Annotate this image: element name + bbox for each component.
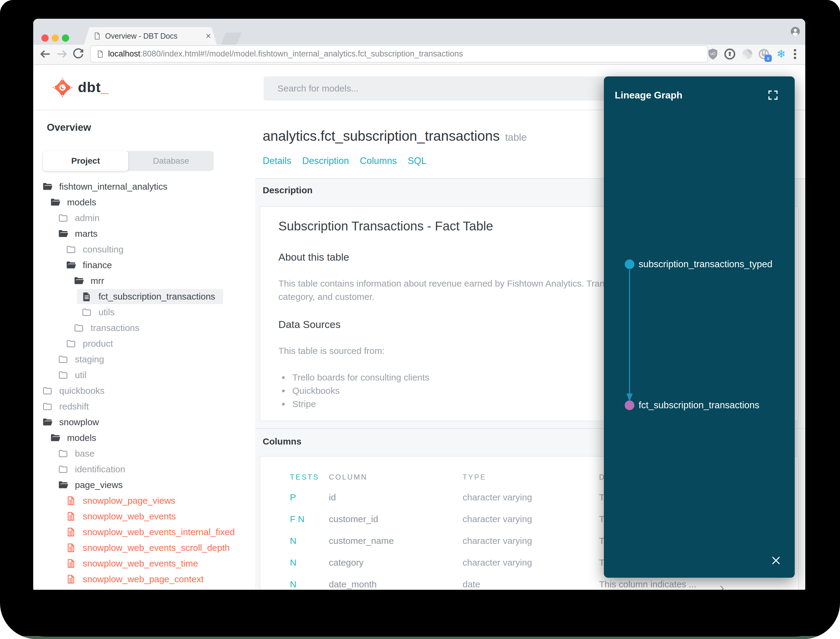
back-arrow-icon[interactable]: [39, 48, 52, 61]
sidebar-item-label: utils: [98, 307, 114, 317]
sidebar-item-label: finance: [83, 260, 112, 270]
browser-tabstrip: Overview - DBT Docs: [33, 19, 805, 45]
sidebar-item-snowplow_web_events_internal_fixed[interactable]: snowplow_web_events_internal_fixed: [33, 524, 255, 540]
sidebar-item-transactions[interactable]: transactions: [33, 320, 255, 336]
kebab-menu-icon[interactable]: [788, 48, 802, 61]
sidebar-item-admin[interactable]: admin: [33, 210, 255, 226]
url-text: localhost:8080/index.html#!/model/model.…: [108, 46, 463, 62]
sidebar-item-snowplow_web_events_time[interactable]: snowplow_web_events_time: [33, 556, 255, 571]
sidebar-item-label: quickbooks: [59, 386, 105, 396]
sidebar-item-label: fishtown_internal_analytics: [59, 181, 168, 192]
tab-description[interactable]: Description: [302, 156, 349, 166]
column-cell: customer_id: [329, 508, 378, 530]
tab-close-icon[interactable]: [205, 32, 212, 40]
page-title: analytics.fct_subscription_transactionst…: [263, 128, 527, 144]
onepassword-icon[interactable]: [723, 48, 737, 61]
sidebar-item-label: product: [83, 339, 113, 349]
toggle-project[interactable]: Project: [43, 151, 128, 171]
document-icon: [66, 543, 76, 553]
folder-open-icon: [58, 229, 68, 239]
extension-badge: x: [764, 55, 772, 62]
close-icon[interactable]: [770, 555, 782, 566]
profile-avatar[interactable]: [790, 26, 801, 37]
type-cell: character varying: [462, 552, 532, 574]
column-cell: id: [329, 486, 336, 508]
sidebar-item-models[interactable]: models: [33, 430, 255, 446]
address-bar[interactable]: localhost:8080/index.html#!/model/model.…: [90, 45, 708, 62]
about-text-line1: This table contains information about re…: [278, 278, 609, 289]
power-x-icon[interactable]: x: [757, 48, 770, 61]
sidebar-item-models[interactable]: models: [33, 194, 255, 210]
lineage-node-label: fct_subscription_transactions: [638, 400, 759, 411]
document-icon: [66, 511, 76, 521]
sidebar-item-snowplow[interactable]: snowplow: [33, 414, 255, 430]
sidebar-item-label: models: [67, 197, 96, 207]
sidebar-item-label: consulting: [83, 244, 124, 254]
type-cell: date: [462, 574, 480, 590]
browser-tab[interactable]: Overview - DBT Docs: [84, 27, 217, 45]
sidebar-item-consulting[interactable]: consulting: [33, 242, 255, 257]
column-cell: customer_name: [329, 530, 394, 552]
refresh-icon[interactable]: [71, 48, 85, 61]
sidebar-item-finance[interactable]: finance: [33, 257, 255, 273]
sidebar-item-snowplow_web_events[interactable]: snowplow_web_events: [33, 509, 255, 524]
forward-arrow-icon[interactable]: [55, 48, 68, 61]
sidebar-item-fishtown_internal_analytics[interactable]: fishtown_internal_analytics: [33, 179, 255, 194]
chevron-right-icon[interactable]: [717, 580, 726, 589]
sidebar-item-product[interactable]: product: [33, 336, 255, 351]
sidebar-item-quickbooks[interactable]: quickbooks: [33, 383, 255, 399]
expand-icon[interactable]: [767, 89, 779, 101]
sidebar-item-fct_subscription_transactions[interactable]: fct_subscription_transactions: [33, 289, 255, 304]
document-icon: [66, 574, 76, 584]
sidebar-item-label: mrr: [91, 276, 104, 286]
sidebar-item-label: snowplow_web_events_internal_fixed: [83, 527, 235, 537]
folder-icon: [66, 244, 76, 254]
sidebar-item-label: redshift: [59, 401, 89, 412]
tab-columns[interactable]: Columns: [360, 156, 397, 166]
dbt-logo-icon[interactable]: [52, 77, 73, 98]
toggle-database[interactable]: Database: [128, 151, 214, 171]
sidebar-item-base[interactable]: base: [33, 446, 255, 461]
columns-section-heading: Columns: [263, 436, 301, 447]
sidebar-heading: Overview: [47, 122, 91, 133]
about-text-line2: category, and customer.: [278, 292, 375, 302]
sidebar-item-util[interactable]: util: [33, 367, 255, 383]
folder-open-icon: [58, 480, 68, 490]
sidebar-item-marts[interactable]: marts: [33, 226, 255, 242]
new-tab-button[interactable]: [221, 33, 241, 45]
folder-icon: [58, 370, 68, 380]
sidebar-item-label: snowplow_web_events_scroll_depth: [83, 543, 230, 553]
tests-cell: N: [290, 574, 297, 590]
sidebar-item-identification[interactable]: identification: [33, 461, 255, 477]
minimize-window-button[interactable]: [52, 35, 59, 42]
sidebar-item-label: staging: [75, 354, 104, 364]
sidebar-item-label: base: [75, 448, 95, 459]
sidebar-item-snowplow_page_views[interactable]: snowplow_page_views: [33, 493, 255, 509]
sidebar-item-redshift[interactable]: redshift: [33, 399, 255, 414]
ublock-shield-icon[interactable]: uO: [706, 48, 719, 61]
snowflake-icon[interactable]: ❄: [775, 48, 788, 61]
zoom-window-button[interactable]: [62, 35, 69, 42]
sidebar-item-label: identification: [75, 464, 125, 474]
sidebar-item-label: transactions: [91, 323, 140, 333]
sources-heading: Data Sources: [278, 319, 341, 331]
swirl-icon[interactable]: [741, 48, 754, 61]
svg-text:uO: uO: [710, 51, 715, 56]
sidebar-item-page_views[interactable]: page_views: [33, 477, 255, 493]
lineage-graph-panel: Lineage Graph subscription_transactions_…: [604, 76, 795, 578]
sidebar-item-staging[interactable]: staging: [33, 351, 255, 367]
sidebar-item-mrr[interactable]: mrr: [33, 273, 255, 289]
sidebar-item-snowplow_web_page_context[interactable]: snowplow_web_page_context: [33, 571, 255, 587]
about-heading: About this table: [278, 251, 349, 263]
folder-icon: [81, 307, 92, 317]
tab-sql[interactable]: SQL: [408, 156, 426, 166]
folder-icon: [58, 354, 68, 364]
column-header-type: TYPE: [462, 467, 486, 487]
tab-details[interactable]: Details: [263, 156, 291, 166]
file-tree: fishtown_internal_analyticsmodelsadminma…: [33, 179, 255, 587]
close-window-button[interactable]: [41, 35, 49, 42]
sidebar-item-snowplow_web_events_scroll_depth[interactable]: snowplow_web_events_scroll_depth: [33, 540, 255, 556]
folder-open-icon: [74, 276, 84, 286]
sidebar-item-utils[interactable]: utils: [33, 304, 255, 320]
document-icon: [93, 32, 102, 40]
